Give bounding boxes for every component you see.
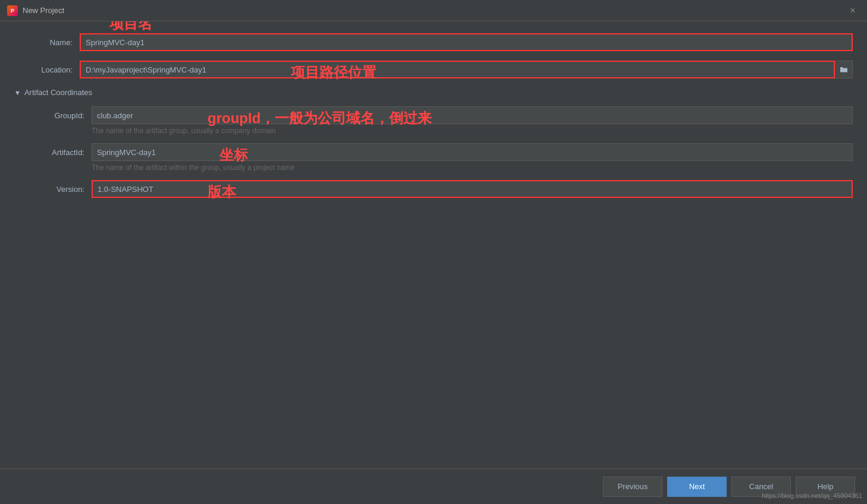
groupid-label: GroupId: bbox=[26, 111, 92, 120]
previous-button[interactable]: Previous bbox=[603, 477, 662, 497]
name-input[interactable] bbox=[80, 33, 853, 51]
title-bar: P New Project × bbox=[0, 0, 867, 21]
annotation-project-name: 项目名 bbox=[109, 21, 152, 33]
watermark-link: https://blog.csdn.net/qq_45904361 bbox=[762, 492, 862, 499]
browse-folder-button[interactable] bbox=[835, 61, 853, 78]
version-row: Version: 版本 bbox=[26, 180, 853, 198]
artifactid-label: ArtifactId: bbox=[26, 148, 92, 157]
artifactid-row: ArtifactId: 坐标 bbox=[26, 143, 853, 161]
location-wrap bbox=[80, 61, 853, 78]
footer: Previous Next Cancel Help https://blog.c… bbox=[0, 468, 867, 504]
folder-icon bbox=[840, 66, 848, 73]
artifactid-input-wrap bbox=[92, 143, 853, 161]
section-content: GroupId: groupId，一般为公司域名，倒过来 The name of… bbox=[14, 106, 853, 198]
name-input-wrap bbox=[80, 33, 853, 51]
content-inner: Name: 项目名 Location: 项目路径位置 bbox=[14, 33, 853, 198]
version-input[interactable] bbox=[92, 180, 853, 198]
version-label: Version: bbox=[26, 185, 92, 194]
section-header: ▼ Artifact Coordinates bbox=[14, 88, 853, 97]
section-title: Artifact Coordinates bbox=[24, 88, 92, 97]
new-project-dialog: P New Project × Name: 项目名 Location: bbox=[0, 0, 867, 504]
name-row: Name: 项目名 bbox=[14, 33, 853, 51]
groupid-input[interactable] bbox=[92, 106, 853, 124]
dialog-title: New Project bbox=[23, 6, 846, 15]
next-button[interactable]: Next bbox=[667, 477, 727, 497]
artifactid-hint: The name of the artifact within the grou… bbox=[92, 163, 853, 172]
location-label: Location: bbox=[14, 65, 80, 74]
groupid-row: GroupId: groupId，一般为公司域名，倒过来 bbox=[26, 106, 853, 124]
location-input[interactable] bbox=[80, 61, 835, 78]
name-label: Name: bbox=[14, 38, 80, 47]
section-arrow[interactable]: ▼ bbox=[14, 89, 21, 96]
app-icon: P bbox=[7, 5, 18, 16]
groupid-input-wrap bbox=[92, 106, 853, 124]
dialog-content: Name: 项目名 Location: 项目路径位置 bbox=[0, 21, 867, 468]
artifactid-input[interactable] bbox=[92, 143, 853, 161]
close-button[interactable]: × bbox=[846, 4, 860, 18]
version-input-wrap bbox=[92, 180, 853, 198]
groupid-hint: The name of the artifact group, usually … bbox=[92, 127, 853, 135]
location-row: Location: 项目路径位置 bbox=[14, 61, 853, 78]
